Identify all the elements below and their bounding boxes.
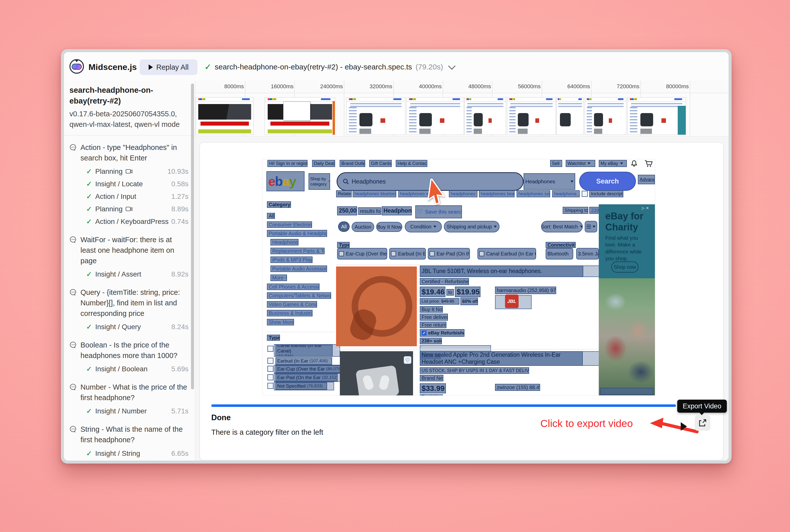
- play-next-icon[interactable]: [681, 422, 687, 431]
- item1-seller: harmanaudio (252,958) 97.9%: [495, 287, 556, 294]
- step-insight-string[interactable]: ✓Insight / String6.65s: [70, 447, 189, 460]
- ebay-category-item: Business & Industrial: [267, 310, 312, 317]
- group-label: Boolean - Is the price of the headphones…: [80, 340, 189, 361]
- timeline-thumbnail-6[interactable]: [507, 97, 556, 135]
- speech-bubble-icon: [70, 383, 77, 391]
- jbl-logo: JBL: [505, 294, 519, 308]
- ebay-category-item: All: [267, 213, 275, 219]
- timeline-thumbnail-7[interactable]: [556, 97, 584, 135]
- ebay-category-item: Consumer Electronics: [267, 221, 312, 228]
- type-pill: Canal Earbud (In Ear Canal): [478, 248, 536, 260]
- filter-shipping: Shipping and pickup: [444, 221, 500, 232]
- step-insight-number[interactable]: ✓Insight / Number5.71s: [70, 405, 189, 417]
- test-status[interactable]: ✓ search-headphone-on-ebay(retry-#2) - e…: [205, 62, 454, 72]
- step-keyboardpress[interactable]: ✓Action / KeyboardPress0.74s: [70, 215, 189, 228]
- ebay-nav-watchlist: Watchlist: [566, 160, 595, 167]
- timeline-tick: 24000ms: [295, 83, 343, 90]
- item1-list-price: List price:$49.95: [420, 298, 459, 305]
- step-insight-boolean[interactable]: ✓Insight / Boolean5.69s: [70, 363, 189, 375]
- type-pill: 3.5mm Ja: [576, 248, 599, 260]
- chevron-down-icon: [620, 163, 623, 165]
- timeline-thumbnail-8[interactable]: [585, 97, 627, 135]
- ebay-nav-daily-deals: Daily Deals: [312, 160, 335, 167]
- midscene-logo-icon: [70, 59, 84, 74]
- filter-auction: Auction: [352, 222, 374, 232]
- item2-image: [340, 351, 413, 395]
- timeline-tick: 48000ms: [443, 83, 491, 90]
- test-title: search-headphone-on-ebay(retry-#2) - eba…: [215, 63, 412, 71]
- ebay-category-item: Replacement Parts & Tools: [270, 248, 325, 254]
- type-pill: Ear-Pad (On the Ear: [428, 248, 470, 260]
- bell-icon: [630, 160, 638, 167]
- sidebar-group-number[interactable]: Number - What is the price of the first …: [70, 382, 189, 403]
- checked-checkbox-icon: ✓: [422, 330, 427, 336]
- divider: [336, 349, 600, 349]
- sidebar-test-title: search-headphone-on-ebay(retry-#2): [70, 85, 185, 107]
- ebay-related-term: headphones bluetooth: [353, 190, 396, 197]
- sidebar-group-waitfor[interactable]: WaitFor - waitFor: there is at least one…: [70, 234, 189, 266]
- step-planning-2[interactable]: ✓Planning8.89s: [70, 203, 189, 215]
- timeline-tick: 40000ms: [394, 83, 442, 90]
- type-pill: Ear-Cup (Over the Ear: [337, 248, 387, 260]
- divider: [64, 135, 195, 136]
- export-video-button[interactable]: [695, 415, 710, 431]
- ebay-logo: ebay: [266, 171, 305, 191]
- step-insight-query[interactable]: ✓Insight / Query8.24s: [70, 321, 189, 333]
- item2-buy-it-now: Buy It Now: [420, 394, 443, 395]
- sidebar-scrollbar[interactable]: [191, 83, 194, 390]
- speech-bubble-icon: [70, 236, 77, 243]
- type-filter-checkbox: [267, 374, 273, 380]
- item1-free-returns: Free returns: [420, 322, 446, 328]
- ebay-related-term: headphones beats: [479, 190, 515, 197]
- speech-bubble-icon: [70, 425, 77, 433]
- timeline-thumbnail-9[interactable]: [627, 97, 686, 135]
- ebay-type-filter-title: Type: [267, 335, 280, 341]
- replay-all-button[interactable]: Replay All: [140, 59, 197, 75]
- timeline-thumbnail-3[interactable]: [346, 97, 405, 135]
- speech-bubble-icon: [70, 341, 77, 349]
- sidebar-group-boolean[interactable]: Boolean - Is the price of the headphones…: [70, 340, 189, 361]
- item1-buy-it-now: Buy It Now: [420, 306, 443, 312]
- sidebar-group-string[interactable]: String - What is the name of the first h…: [70, 424, 189, 445]
- timeline-thumbnail-1[interactable]: [196, 97, 254, 135]
- charity-ad-body: Find what you love. Make a difference wh…: [605, 234, 647, 262]
- save-search-button: ♡Save this search: [415, 205, 462, 218]
- sidebar-group-action-type[interactable]: Action - type "Headphones" in search box…: [70, 142, 189, 163]
- search-icon: [343, 178, 349, 185]
- red-arrow-icon: [648, 416, 700, 436]
- test-duration: (79.20s): [416, 63, 443, 71]
- type-filter-option: Earbud (In Ear (107,406): [275, 357, 332, 365]
- timeline-thumbnail-4[interactable]: [406, 97, 464, 135]
- chevron-down-icon: [448, 62, 456, 70]
- ebay-search-scope-select: Headphones: [524, 173, 575, 190]
- replay-progress-bar[interactable]: [211, 404, 676, 407]
- step-insight-locate[interactable]: ✓Insight / Locate0.58s: [70, 178, 189, 190]
- sidebar: search-headphone-on-ebay(retry-#2) v0.17…: [64, 81, 195, 460]
- ebay-search-button: Search: [579, 172, 636, 191]
- adchoices-icon: ▷ ✕: [642, 206, 649, 210]
- list-view-icon: [586, 224, 591, 229]
- group-label: Query - {itemTitle: string, price: Numbe…: [80, 287, 189, 319]
- item1-price-low: $19.46: [420, 287, 445, 297]
- ebay-category-item: Portable Audio Accessories: [270, 266, 327, 272]
- type-pill: Bluetooth: [546, 248, 573, 260]
- step-planning-1[interactable]: ✓Planning10.93s: [70, 165, 189, 178]
- sidebar-group-query[interactable]: Query - {itemTitle: string, price: Numbe…: [70, 287, 189, 319]
- timeline-tick: 32000ms: [345, 83, 392, 90]
- replay-screenshot[interactable]: Hi! Sign In or register Daily Deals Bran…: [263, 159, 655, 395]
- item1-refurbished: ✓eBay Refurbished: [420, 329, 464, 337]
- speech-bubble-icon: [70, 144, 77, 151]
- item1-title: JBL Tune 510BT, Wireless on-ear headphon…: [420, 266, 583, 277]
- step-action-input[interactable]: ✓Action / Input1.27s: [70, 190, 189, 203]
- step-insight-assert[interactable]: ✓Insight / Assert8.92s: [70, 268, 189, 281]
- timeline-tick: 16000ms: [246, 83, 293, 90]
- sidebar-test-meta: v0.17.6-beta-20250607054355.0, qwen-vl-m…: [70, 109, 187, 130]
- connectivity-label: Connectivity: [546, 242, 576, 248]
- tooltip-caret: [699, 412, 705, 415]
- timeline-thumbnail-2[interactable]: [265, 97, 335, 135]
- timeline-thumbnail-5[interactable]: [464, 97, 506, 135]
- ebay-category-item: Video Games & Consoles: [267, 301, 317, 308]
- ebay-search-value: Headphones: [352, 178, 386, 185]
- results-count: 250,000+: [337, 206, 357, 215]
- ebay-category-item: Computers/Tablets & Networking: [267, 292, 331, 299]
